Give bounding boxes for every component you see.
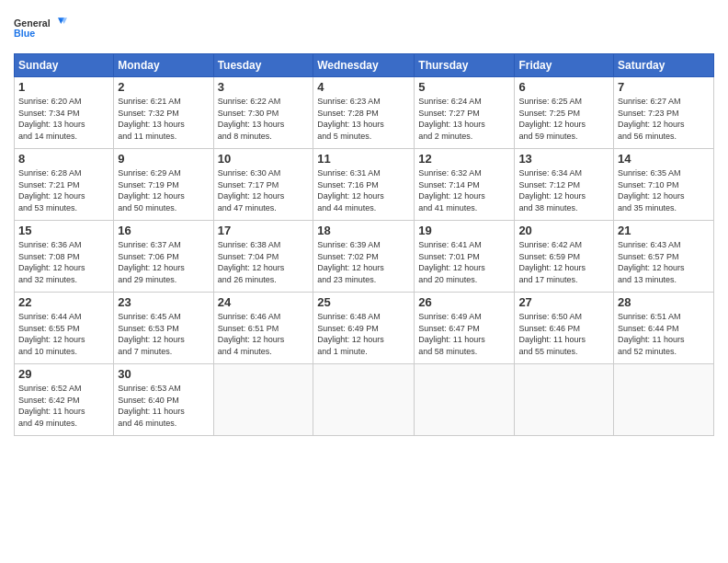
weekday-header-sunday: Sunday [15,54,114,77]
calendar-week-row: 1Sunrise: 6:20 AM Sunset: 7:34 PM Daylig… [15,77,714,149]
day-info: Sunrise: 6:20 AM Sunset: 7:34 PM Dayligh… [18,96,109,142]
day-info: Sunrise: 6:23 AM Sunset: 7:28 PM Dayligh… [317,96,410,142]
calendar-header-row: SundayMondayTuesdayWednesdayThursdayFrid… [15,54,714,77]
day-info: Sunrise: 6:37 AM Sunset: 7:06 PM Dayligh… [118,239,209,285]
calendar-body: 1Sunrise: 6:20 AM Sunset: 7:34 PM Daylig… [15,77,714,436]
day-number: 10 [218,152,310,166]
calendar-cell: 27Sunrise: 6:50 AM Sunset: 6:46 PM Dayli… [515,293,614,364]
calendar-cell: 14Sunrise: 6:35 AM Sunset: 7:10 PM Dayli… [614,149,714,221]
day-number: 29 [18,367,109,381]
logo-svg: General Blue [14,9,69,46]
calendar-cell: 18Sunrise: 6:39 AM Sunset: 7:02 PM Dayli… [313,221,415,293]
weekday-header-saturday: Saturday [614,54,714,77]
day-number: 18 [317,224,410,237]
day-info: Sunrise: 6:32 AM Sunset: 7:14 PM Dayligh… [418,167,510,213]
calendar-cell: 16Sunrise: 6:37 AM Sunset: 7:06 PM Dayli… [114,221,213,293]
day-info: Sunrise: 6:48 AM Sunset: 6:49 PM Dayligh… [317,311,410,357]
day-info: Sunrise: 6:31 AM Sunset: 7:16 PM Dayligh… [317,167,410,213]
weekday-header-thursday: Thursday [415,54,515,77]
day-number: 8 [18,152,109,166]
day-number: 1 [18,80,109,94]
calendar-page: General Blue SundayMondayTuesdayWednesda… [0,0,728,563]
day-number: 19 [418,224,510,237]
day-info: Sunrise: 6:45 AM Sunset: 6:53 PM Dayligh… [118,311,209,357]
day-number: 30 [118,367,209,381]
day-number: 16 [118,224,209,237]
calendar-cell: 26Sunrise: 6:49 AM Sunset: 6:47 PM Dayli… [415,293,515,364]
calendar-week-row: 8Sunrise: 6:28 AM Sunset: 7:21 PM Daylig… [15,149,714,221]
day-number: 23 [118,295,209,309]
day-info: Sunrise: 6:28 AM Sunset: 7:21 PM Dayligh… [18,167,109,213]
calendar-cell: 21Sunrise: 6:43 AM Sunset: 6:57 PM Dayli… [614,221,714,293]
weekday-header-friday: Friday [515,54,614,77]
day-number: 9 [118,152,209,166]
calendar-cell: 17Sunrise: 6:38 AM Sunset: 7:04 PM Dayli… [213,221,313,293]
calendar-cell: 10Sunrise: 6:30 AM Sunset: 7:17 PM Dayli… [213,149,313,221]
calendar-cell: 20Sunrise: 6:42 AM Sunset: 6:59 PM Dayli… [515,221,614,293]
weekday-header-tuesday: Tuesday [213,54,313,77]
day-number: 26 [418,295,510,309]
calendar-cell [213,364,313,436]
day-number: 25 [317,295,410,309]
day-info: Sunrise: 6:51 AM Sunset: 6:44 PM Dayligh… [618,311,710,357]
calendar-week-row: 22Sunrise: 6:44 AM Sunset: 6:55 PM Dayli… [15,293,714,364]
day-info: Sunrise: 6:49 AM Sunset: 6:47 PM Dayligh… [418,311,510,357]
calendar-cell: 3Sunrise: 6:22 AM Sunset: 7:30 PM Daylig… [213,77,313,149]
day-info: Sunrise: 6:38 AM Sunset: 7:04 PM Dayligh… [218,239,310,285]
day-number: 21 [618,224,710,237]
day-number: 24 [218,295,310,309]
calendar-cell: 23Sunrise: 6:45 AM Sunset: 6:53 PM Dayli… [114,293,213,364]
calendar-cell: 25Sunrise: 6:48 AM Sunset: 6:49 PM Dayli… [313,293,415,364]
day-info: Sunrise: 6:22 AM Sunset: 7:30 PM Dayligh… [218,96,310,142]
calendar-cell: 7Sunrise: 6:27 AM Sunset: 7:23 PM Daylig… [614,77,714,149]
calendar-cell: 11Sunrise: 6:31 AM Sunset: 7:16 PM Dayli… [313,149,415,221]
calendar-week-row: 15Sunrise: 6:36 AM Sunset: 7:08 PM Dayli… [15,221,714,293]
day-info: Sunrise: 6:35 AM Sunset: 7:10 PM Dayligh… [618,167,710,213]
day-info: Sunrise: 6:30 AM Sunset: 7:17 PM Dayligh… [218,167,310,213]
day-info: Sunrise: 6:41 AM Sunset: 7:01 PM Dayligh… [418,239,510,285]
day-info: Sunrise: 6:24 AM Sunset: 7:27 PM Dayligh… [418,96,510,142]
day-info: Sunrise: 6:36 AM Sunset: 7:08 PM Dayligh… [18,239,109,285]
calendar-cell: 2Sunrise: 6:21 AM Sunset: 7:32 PM Daylig… [114,77,213,149]
calendar-cell: 4Sunrise: 6:23 AM Sunset: 7:28 PM Daylig… [313,77,415,149]
day-info: Sunrise: 6:29 AM Sunset: 7:19 PM Dayligh… [118,167,209,213]
day-number: 17 [218,224,310,237]
weekday-header-wednesday: Wednesday [313,54,415,77]
calendar-cell [415,364,515,436]
calendar-week-row: 29Sunrise: 6:52 AM Sunset: 6:42 PM Dayli… [15,364,714,436]
day-info: Sunrise: 6:46 AM Sunset: 6:51 PM Dayligh… [218,311,310,357]
day-number: 27 [518,295,609,309]
day-number: 2 [118,80,209,94]
day-number: 22 [18,295,109,309]
calendar-cell: 1Sunrise: 6:20 AM Sunset: 7:34 PM Daylig… [15,77,114,149]
calendar-cell [614,364,714,436]
calendar-cell: 28Sunrise: 6:51 AM Sunset: 6:44 PM Dayli… [614,293,714,364]
day-info: Sunrise: 6:52 AM Sunset: 6:42 PM Dayligh… [18,383,109,429]
day-info: Sunrise: 6:50 AM Sunset: 6:46 PM Dayligh… [518,311,609,357]
calendar-cell: 29Sunrise: 6:52 AM Sunset: 6:42 PM Dayli… [15,364,114,436]
calendar-cell: 22Sunrise: 6:44 AM Sunset: 6:55 PM Dayli… [15,293,114,364]
day-number: 11 [317,152,410,166]
calendar-cell: 30Sunrise: 6:53 AM Sunset: 6:40 PM Dayli… [114,364,213,436]
day-info: Sunrise: 6:21 AM Sunset: 7:32 PM Dayligh… [118,96,209,142]
page-header: General Blue [14,9,714,46]
day-number: 7 [618,80,710,94]
calendar-cell: 13Sunrise: 6:34 AM Sunset: 7:12 PM Dayli… [515,149,614,221]
day-number: 12 [418,152,510,166]
calendar-cell: 6Sunrise: 6:25 AM Sunset: 7:25 PM Daylig… [515,77,614,149]
calendar-cell: 9Sunrise: 6:29 AM Sunset: 7:19 PM Daylig… [114,149,213,221]
calendar-cell: 12Sunrise: 6:32 AM Sunset: 7:14 PM Dayli… [415,149,515,221]
day-number: 20 [518,224,609,237]
calendar-cell [313,364,415,436]
calendar-table: SundayMondayTuesdayWednesdayThursdayFrid… [14,53,714,436]
day-info: Sunrise: 6:44 AM Sunset: 6:55 PM Dayligh… [18,311,109,357]
day-info: Sunrise: 6:34 AM Sunset: 7:12 PM Dayligh… [518,167,609,213]
day-number: 13 [518,152,609,166]
day-info: Sunrise: 6:53 AM Sunset: 6:40 PM Dayligh… [118,383,209,429]
day-number: 4 [317,80,410,94]
calendar-cell: 24Sunrise: 6:46 AM Sunset: 6:51 PM Dayli… [213,293,313,364]
day-info: Sunrise: 6:39 AM Sunset: 7:02 PM Dayligh… [317,239,410,285]
day-info: Sunrise: 6:43 AM Sunset: 6:57 PM Dayligh… [618,239,710,285]
day-number: 5 [418,80,510,94]
day-info: Sunrise: 6:27 AM Sunset: 7:23 PM Dayligh… [618,96,710,142]
